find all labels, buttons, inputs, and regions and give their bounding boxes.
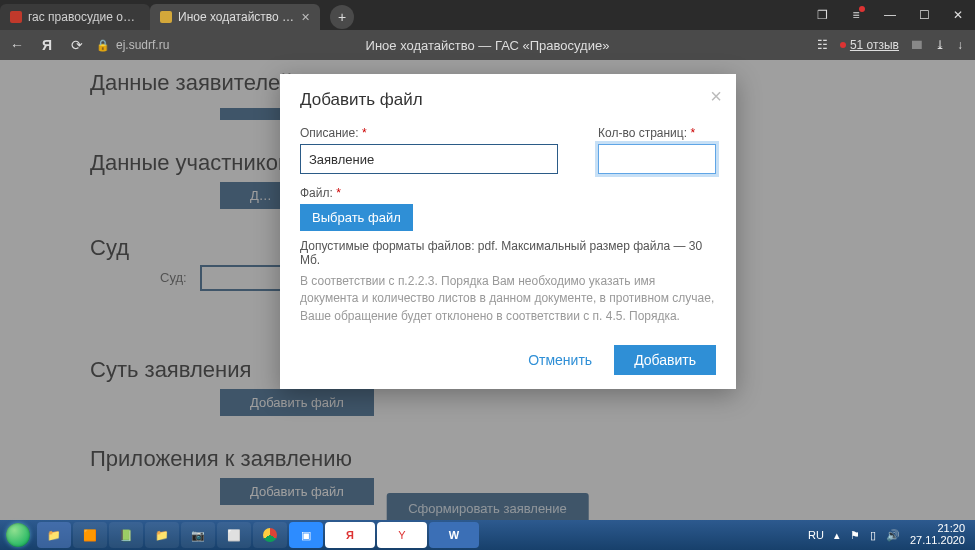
tab-label: гас правосудие официаль (28, 10, 140, 24)
tray-network-icon[interactable]: ▯ (870, 529, 876, 542)
tray-volume-icon[interactable]: 🔊 (886, 529, 900, 542)
window-maximize-button[interactable]: ☐ (907, 0, 941, 30)
taskbar-app[interactable]: ⬜ (217, 522, 251, 548)
modal-title: Добавить файл (300, 90, 716, 110)
cancel-button[interactable]: Отменить (522, 351, 598, 369)
reload-button[interactable]: ⟳ (66, 37, 88, 53)
reviews-badge[interactable]: 51 отзыв (840, 38, 899, 52)
taskbar-chrome[interactable] (253, 522, 287, 548)
file-label: Файл: * (300, 186, 716, 200)
description-input[interactable] (300, 144, 558, 174)
pages-input[interactable] (598, 144, 716, 174)
lock-icon: 🔒 (96, 39, 110, 52)
new-tab-button[interactable]: + (330, 5, 354, 29)
tab-label: Иное ходатайство — Г… (178, 10, 295, 24)
address-bar[interactable]: 🔒 ej.sudrf.ru Иное ходатайство — ГАС «Пр… (96, 38, 809, 52)
description-label: Описание: * (300, 126, 574, 140)
favicon (160, 11, 172, 23)
windows-taskbar: 📁 🟧 📗 📁 📷 ⬜ ▣ Я Y W RU ▴ ⚑ ▯ 🔊 21:20 27.… (0, 520, 975, 550)
yandex-button[interactable]: Я (36, 37, 58, 53)
taskbar-yandex-browser[interactable]: Y (377, 522, 427, 548)
start-button[interactable] (0, 520, 36, 550)
taskbar-yandex-search[interactable]: Я (325, 522, 375, 548)
url-text: ej.sudrf.ru (116, 38, 169, 52)
browser-tab-active[interactable]: Иное ходатайство — Г… ✕ (150, 4, 320, 30)
tab-close-icon[interactable]: ✕ (301, 11, 310, 24)
file-hint: Допустимые форматы файлов: pdf. Максимал… (300, 239, 716, 267)
back-button[interactable]: ← (6, 37, 28, 53)
tray-lang[interactable]: RU (808, 529, 824, 541)
taskbar-app[interactable]: 📗 (109, 522, 143, 548)
browser-tab-inactive[interactable]: гас правосудие официаль (0, 4, 150, 30)
window-titlebar: гас правосудие официаль Иное ходатайство… (0, 0, 975, 30)
extensions-icon[interactable]: ⤓ (935, 38, 945, 52)
taskbar-app[interactable]: 🟧 (73, 522, 107, 548)
add-button[interactable]: Добавить (614, 345, 716, 375)
translate-icon[interactable]: ☷ (817, 38, 828, 52)
window-copy-icon[interactable]: ❐ (805, 0, 839, 30)
page-title: Иное ходатайство — ГАС «Правосудие» (366, 38, 610, 53)
taskbar-app[interactable]: 📁 (37, 522, 71, 548)
taskbar-zoom[interactable]: ▣ (289, 522, 323, 548)
windows-orb-icon (6, 523, 30, 547)
taskbar-app[interactable]: 📷 (181, 522, 215, 548)
taskbar-app[interactable]: 📁 (145, 522, 179, 548)
bookmark-icon[interactable]: ⯀ (911, 38, 923, 52)
window-minimize-button[interactable]: — (873, 0, 907, 30)
tray-flag-icon[interactable]: ⚑ (850, 529, 860, 542)
taskbar-word[interactable]: W (429, 522, 479, 548)
download-icon[interactable]: ↓ (957, 38, 963, 52)
window-close-button[interactable]: ✕ (941, 0, 975, 30)
modal-close-button[interactable]: × (710, 86, 722, 106)
pages-label: Кол-во страниц: * (598, 126, 716, 140)
browser-toolbar: ← Я ⟳ 🔒 ej.sudrf.ru Иное ходатайство — Г… (0, 30, 975, 60)
file-note: В соответствии с п.2.2.3. Порядка Вам не… (300, 273, 716, 325)
tray-chevron-up-icon[interactable]: ▴ (834, 529, 840, 542)
tray-clock[interactable]: 21:20 27.11.2020 (910, 523, 965, 546)
system-tray: RU ▴ ⚑ ▯ 🔊 21:20 27.11.2020 (808, 523, 975, 546)
choose-file-button[interactable]: Выбрать файл (300, 204, 413, 231)
add-file-modal: × Добавить файл Описание: * Кол-во стран… (280, 74, 736, 389)
favicon (10, 11, 22, 23)
window-notif-icon[interactable]: ≡ (839, 0, 873, 30)
